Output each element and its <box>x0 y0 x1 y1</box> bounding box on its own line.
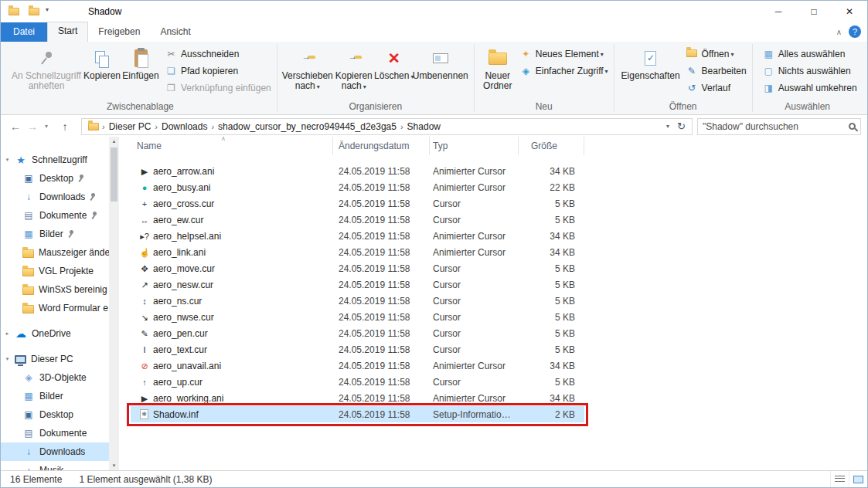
recent-locations-caret-icon[interactable]: ▾ <box>41 118 52 135</box>
select-none-button[interactable]: ▢ Nichts auswählen <box>762 63 857 80</box>
new-folder-button[interactable]: Neuer Ordner <box>480 44 516 93</box>
file-row[interactable]: ↕ aero_ns.cur 24.05.2019 11:58 Cursor 5 … <box>131 293 584 309</box>
rename-button[interactable]: Umbenennen <box>413 44 468 83</box>
breadcrumb-item[interactable]: Dieser PC <box>105 121 155 132</box>
column-header-type[interactable]: Typ <box>430 137 519 155</box>
file-row[interactable]: ▶ aero_working.ani 24.05.2019 11:58 Anim… <box>131 390 584 406</box>
delete-button[interactable]: ✕ Löschen▾ <box>376 44 413 83</box>
properties-button[interactable]: ✓ Eigenschaften <box>620 44 682 83</box>
quick-access-caret-icon[interactable]: ▾ <box>46 6 49 13</box>
back-icon[interactable]: ← <box>7 118 24 135</box>
sidebar-item[interactable]: VGL Projekte <box>1 262 109 280</box>
breadcrumb-item[interactable]: Downloads <box>158 121 211 132</box>
file-row[interactable]: ✎ aero_pen.cur 24.05.2019 11:58 Cursor 5… <box>131 325 584 341</box>
check-icon: ✓ <box>647 53 655 63</box>
collapse-ribbon-icon[interactable]: ∧ <box>836 28 842 36</box>
cut-button[interactable]: ✂ Ausschneiden <box>165 46 271 63</box>
history-button[interactable]: ↺ Verlauf <box>686 80 747 97</box>
file-row[interactable]: ↔ aero_ew.cur 24.05.2019 11:58 Cursor 5 … <box>131 212 584 228</box>
file-icon: ✎ <box>139 328 150 339</box>
file-list-area: ∧ Name Änderungsdatum Typ Größe ▶ aero_a… <box>119 137 867 470</box>
sidebar-item[interactable]: ▣ Desktop <box>1 405 109 424</box>
tree-chevron-icon[interactable]: ▾ <box>3 356 12 362</box>
address-dropdown-icon[interactable]: ▾ <box>662 123 674 130</box>
tree-chevron-icon[interactable]: ▸ <box>3 330 12 337</box>
easy-access-button[interactable]: ◈ Einfacher Zugriff ▾ <box>519 63 608 80</box>
file-row[interactable]: ☝ aero_link.ani 24.05.2019 11:58 Animier… <box>131 244 584 260</box>
copy-button[interactable]: Kopieren <box>83 44 121 83</box>
sidebar-item[interactable]: ↓ Downloads <box>1 188 109 206</box>
file-row[interactable]: ● aero_busy.ani 24.05.2019 11:58 Animier… <box>131 179 584 195</box>
column-header-date[interactable]: Änderungsdatum <box>333 137 430 155</box>
sidebar-item[interactable]: WinSxS bereinig <box>1 280 109 299</box>
pin-to-quick-access-button[interactable]: An Schnellzugriff anheften <box>9 44 83 93</box>
column-header-size[interactable]: Größe <box>519 137 584 155</box>
details-view-button[interactable] <box>830 471 849 487</box>
sidebar-item[interactable]: ▤ Dokumente <box>1 424 109 442</box>
sidebar-item[interactable]: ▾ Dieser PC <box>1 350 109 368</box>
open-button[interactable]: Öffnen ▾ <box>686 46 747 63</box>
file-date: 24.05.2019 11:58 <box>339 231 433 242</box>
sidebar-item[interactable]: ▤ Dokumente <box>1 206 109 225</box>
paste-icon <box>134 49 148 67</box>
ribbon-tab[interactable]: Datei <box>1 22 47 42</box>
thumbnails-view-button[interactable] <box>849 471 867 487</box>
file-row[interactable]: ↑ aero_up.cur 24.05.2019 11:58 Cursor 5 … <box>131 374 584 390</box>
sidebar-item[interactable]: ▦ Bilder <box>1 225 109 243</box>
file-row[interactable]: ▸? aero_helpsel.ani 24.05.2019 11:58 Ani… <box>131 228 584 244</box>
file-row[interactable]: ↘ aero_nwse.cur 24.05.2019 11:58 Cursor … <box>131 309 584 325</box>
copy-to-button[interactable]: → Kopieren nach▾ <box>332 44 376 93</box>
file-row[interactable]: ⊘ aero_unavail.ani 24.05.2019 11:58 Anim… <box>131 358 584 374</box>
tree-chevron-icon[interactable]: ▾ <box>3 157 12 163</box>
quick-access-toolbar-icon[interactable] <box>29 8 39 15</box>
scissors-icon: ✂ <box>165 49 178 59</box>
scrollbar-thumb[interactable] <box>111 147 117 202</box>
minimize-button[interactable]: ─ <box>761 1 796 22</box>
maximize-button[interactable]: □ <box>796 1 832 22</box>
move-to-button[interactable]: → Verschieben nach▾ <box>283 44 332 93</box>
paste-shortcut-button[interactable]: ❐ Verknüpfung einfügen <box>165 80 271 97</box>
scroll-down-icon[interactable]: ▾ <box>109 461 119 470</box>
ribbon-tab[interactable]: Freigeben <box>88 22 150 42</box>
breadcrumb-item[interactable]: shadow_cursor_by_necro949445_d2e3ga5 <box>214 121 400 132</box>
sidebar-item[interactable]: ▸ ☁ OneDrive <box>1 324 109 343</box>
ribbon-tab[interactable]: Start <box>47 22 88 42</box>
sidebar-item[interactable]: Word Formular e <box>1 299 109 317</box>
search-icon[interactable] <box>847 121 857 131</box>
sidebar-item[interactable]: ▣ Desktop <box>1 169 109 188</box>
sidebar-item[interactable]: ↓ Downloads <box>1 442 109 461</box>
forward-icon[interactable]: → <box>24 118 41 135</box>
ribbon: An Schnellzugriff anheften Kopieren Einf… <box>1 42 867 115</box>
select-all-button[interactable]: ▦ Alles auswählen <box>762 46 857 63</box>
invert-selection-button[interactable]: ◨ Auswahl umkehren <box>762 80 857 97</box>
sidebar-scrollbar[interactable]: ▴ ▾ <box>109 137 119 470</box>
sidebar-item[interactable]: ◈ 3D-Objekte <box>1 368 109 387</box>
file-row[interactable]: ↗ aero_nesw.cur 24.05.2019 11:58 Cursor … <box>131 276 584 293</box>
file-row[interactable]: ✥ aero_move.cur 24.05.2019 11:58 Cursor … <box>131 260 584 276</box>
file-row[interactable]: ✱ Shadow.inf 24.05.2019 11:58 Setup-Info… <box>131 406 584 422</box>
ribbon-tab[interactable]: Ansicht <box>150 22 200 42</box>
edit-button[interactable]: ✎ Bearbeiten <box>686 63 747 80</box>
search-box[interactable] <box>697 118 861 135</box>
new-item-button[interactable]: ✦ Neues Element ▾ <box>519 46 608 63</box>
sidebar-item[interactable]: ▦ Bilder <box>1 387 109 405</box>
help-button[interactable]: ? <box>849 25 861 38</box>
column-header-name[interactable]: ∧ Name <box>119 137 333 155</box>
file-date: 24.05.2019 11:58 <box>339 215 433 225</box>
address-breadcrumb-box[interactable]: › Dieser PC › Downloads › shadow_cursor_… <box>81 118 693 135</box>
search-input[interactable] <box>703 121 849 132</box>
file-row[interactable]: ▶ aero_arrow.ani 24.05.2019 11:58 Animie… <box>131 163 584 179</box>
sidebar-item-icon <box>22 249 34 258</box>
file-row[interactable]: + aero_cross.cur 24.05.2019 11:58 Cursor… <box>131 195 584 212</box>
scroll-up-icon[interactable]: ▴ <box>109 137 119 146</box>
file-row[interactable]: I aero_text.cur 24.05.2019 11:58 Cursor … <box>131 341 584 358</box>
refresh-icon[interactable]: ↻ <box>674 120 689 132</box>
breadcrumb-item[interactable]: Shadow <box>403 121 444 132</box>
close-button[interactable]: ✕ <box>832 1 867 22</box>
sidebar-item[interactable]: ▾ ★ Schnellzugriff <box>1 151 109 169</box>
sidebar-item[interactable]: Mauszeiger ände <box>1 243 109 262</box>
up-icon[interactable]: ↑ <box>56 118 73 135</box>
copy-path-button[interactable]: ❏ Pfad kopieren <box>165 63 271 80</box>
paste-button[interactable]: Einfügen <box>121 44 161 83</box>
sidebar-item[interactable]: ♪ Musik <box>1 461 109 470</box>
